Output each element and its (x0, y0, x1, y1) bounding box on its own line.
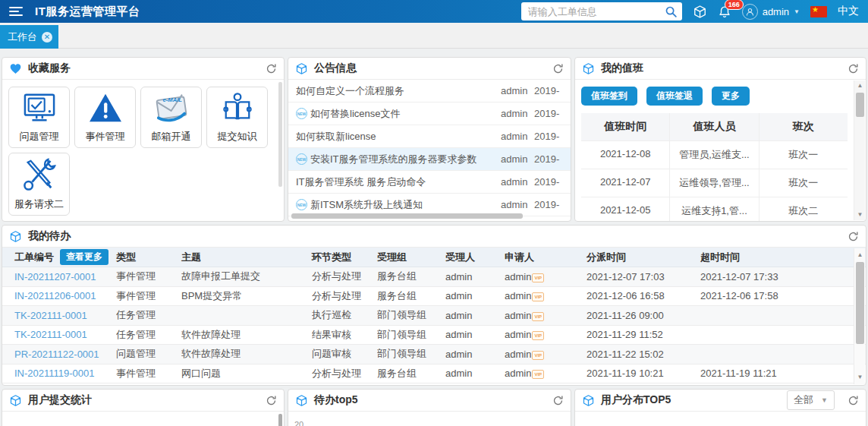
tools-icon (22, 158, 57, 198)
username-label: admin (763, 6, 789, 17)
refresh-icon[interactable] (266, 63, 277, 74)
announcement-item[interactable]: 如何获取新license admin 2019- (288, 125, 571, 148)
reading-book-icon (220, 92, 255, 131)
todo-top5-panel: 待办top5 20 (288, 389, 571, 426)
user-submit-stats-panel: 用户提交统计 (2, 389, 285, 426)
monitor-check-icon (22, 92, 57, 131)
notification-bell-icon[interactable]: 166 (718, 5, 731, 19)
svg-text:e-MAIL: e-MAIL (162, 96, 182, 103)
scroll-up-icon[interactable]: ▲ (854, 250, 866, 260)
workorder-link[interactable]: TK-202111-0001 (14, 310, 87, 321)
horizontal-scrollbar-thumb[interactable] (291, 213, 523, 219)
todo-scrollbar[interactable]: ▲ ▼ (854, 248, 865, 384)
workorder-link[interactable]: IN-20211119-0001 (14, 368, 95, 379)
filter-dropdown[interactable]: 全部 ▼ (787, 390, 835, 410)
todo-table-body: IN-20211207-0001 事件管理 故障申报工单提交 分析与处理 服务台… (2, 267, 866, 383)
refresh-icon[interactable] (266, 395, 277, 406)
vip-badge: VIP (532, 351, 544, 360)
cube-icon (295, 62, 308, 75)
favorites-scrollbar-thumb[interactable] (278, 82, 282, 187)
new-badge: NEW (296, 199, 307, 210)
service-card-label: 服务请求二 (14, 198, 64, 210)
panel-title: 我的待办 (28, 229, 841, 243)
user-distribution-top5-panel: 用户分布TOP5 全部 ▼ (574, 389, 866, 426)
refresh-icon[interactable] (552, 63, 564, 74)
chevron-down-icon: ▼ (821, 396, 828, 404)
todo-row: TK-202111-0001 任务管理 执行巡检 部门领导组 admin adm… (2, 306, 866, 326)
cube-icon (9, 394, 22, 407)
service-card-label: 提交知识 (218, 131, 257, 143)
scroll-down-icon[interactable]: ▼ (854, 372, 866, 383)
vip-badge: VIP (532, 312, 544, 321)
new-badge: NEW (296, 108, 307, 119)
duty-checkin-button[interactable]: 值班签到 (581, 87, 637, 106)
service-card-incident[interactable]: 事件管理 (74, 87, 136, 148)
workorder-link[interactable]: IN-20211206-0001 (14, 290, 96, 301)
todo-row: PR-20211122-0001 问题管理 软件故障处理 问题审核 部门领导组 … (2, 345, 866, 364)
avatar (742, 4, 758, 20)
scroll-up-icon[interactable]: ▲ (854, 80, 866, 91)
cube-icon (582, 62, 595, 75)
search-input[interactable] (528, 6, 665, 17)
workorder-link[interactable]: TK-202111-0001 (14, 329, 87, 340)
user-menu[interactable]: admin ▼ (742, 4, 800, 20)
scrollbar-thumb[interactable] (856, 93, 864, 117)
todo-table-header: 工单编号查看更多 类型 主题 环节类型 受理组 受理人 申请人 分派时间 超时时… (2, 248, 866, 267)
duty-table: 值班时间值班人员班次 2021-12-08管理员,运维支...班次一 2021-… (581, 113, 848, 222)
duty-table-row: 2021-12-05运维支持1,管...班次二 (581, 197, 848, 222)
vip-badge: VIP (532, 331, 544, 340)
panel-title: 收藏服务 (28, 62, 259, 75)
scrollbar-thumb[interactable] (278, 414, 282, 426)
tab-label: 工作台 (8, 30, 37, 44)
tab-workbench[interactable]: 工作台 ✕ (0, 25, 58, 49)
announcement-item[interactable]: 如何自定义一个流程服务 admin 2019- (288, 80, 571, 103)
warning-triangle-icon (88, 92, 123, 131)
china-flag-icon[interactable]: ★ (810, 6, 827, 17)
panel-title: 我的值班 (601, 62, 841, 75)
view-more-button[interactable]: 查看更多 (60, 249, 108, 265)
service-card-label: 邮箱开通 (152, 131, 191, 143)
refresh-icon[interactable] (848, 63, 859, 74)
chart-axis-label: 20 (294, 420, 303, 426)
app-title: IT服务运营管理平台 (35, 5, 140, 19)
service-card-problem[interactable]: 问题管理 (8, 87, 70, 148)
menu-toggle-icon[interactable] (9, 7, 23, 17)
announcement-item-highlighted[interactable]: NEW安装IT服务管理系统的服务器要求参数 admin 2019- (288, 148, 571, 171)
refresh-icon[interactable] (552, 395, 564, 406)
todo-row: IN-20211207-0001 事件管理 故障申报工单提交 分析与处理 服务台… (2, 267, 866, 287)
tab-bar: 工作台 ✕ (0, 23, 868, 49)
panel-title: 用户提交统计 (28, 393, 259, 407)
announcements-panel: 公告信息 如何自定义一个流程服务 admin 2019- NEW如何替换lice… (288, 57, 571, 222)
refresh-icon[interactable] (848, 395, 859, 406)
todo-row: TK-202111-0001 任务管理 软件故障处理 结果审核 部门领导组 ad… (2, 326, 866, 346)
language-switch[interactable]: 中文 (838, 5, 859, 18)
cube-icon (295, 394, 308, 407)
duty-scrollbar[interactable]: ▲ ▼ (854, 80, 865, 220)
duty-checkout-button[interactable]: 值班签退 (646, 87, 703, 106)
service-card-label: 问题管理 (20, 131, 59, 143)
announcement-item[interactable]: IT服务管理系统 服务启动命令 admin 2019- (288, 171, 571, 194)
announcement-item[interactable]: NEW如何替换license文件 admin 2019- (288, 103, 571, 125)
workorder-link[interactable]: PR-20211122-0001 (14, 349, 99, 360)
workorder-link[interactable]: IN-20211207-0001 (14, 271, 96, 282)
scrollbar-thumb[interactable] (856, 262, 864, 344)
duty-table-row: 2021-12-07运维领导,管理...班次一 (581, 169, 848, 197)
my-duty-panel: 我的值班 值班签到 值班签退 更多 值班时间值班人员班次 2021-12-08管… (574, 57, 866, 222)
tab-close-icon[interactable]: ✕ (42, 32, 52, 43)
announcement-list: 如何自定义一个流程服务 admin 2019- NEW如何替换license文件… (288, 80, 571, 216)
duty-table-header: 值班时间值班人员班次 (581, 113, 848, 141)
scroll-down-icon[interactable]: ▼ (854, 210, 866, 220)
heart-icon (9, 63, 22, 74)
duty-more-button[interactable]: 更多 (712, 87, 750, 106)
refresh-icon[interactable] (848, 231, 859, 242)
service-card-service-request[interactable]: 服务请求二 (8, 153, 70, 216)
service-card-label: 事件管理 (86, 131, 125, 143)
search-icon[interactable] (665, 5, 678, 18)
top-navigation-bar: IT服务运营管理平台 166 admin ▼ ★ 中文 (0, 0, 868, 23)
service-card-email[interactable]: e-MAIL 邮箱开通 (140, 87, 202, 148)
workorder-search-box (521, 2, 682, 21)
vip-badge: VIP (532, 292, 544, 301)
apps-cube-icon[interactable] (693, 5, 707, 19)
service-card-knowledge[interactable]: 提交知识 (206, 87, 268, 148)
vip-badge: VIP (532, 370, 544, 379)
